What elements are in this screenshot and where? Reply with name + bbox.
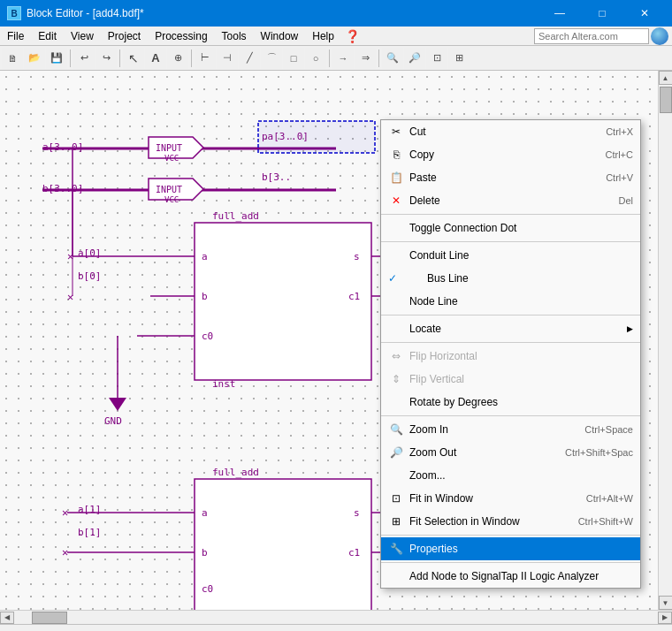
ctx-zoom-out[interactable]: 🔎 Zoom Out Ctrl+Shift+Spac <box>381 441 640 464</box>
svg-text:✕: ✕ <box>67 291 73 303</box>
toolbar-fit-sel[interactable]: ⊞ <box>448 48 470 69</box>
scroll-thumb-bottom[interactable] <box>32 612 67 624</box>
toolbar-undo[interactable]: ↩ <box>73 48 95 69</box>
toolbar-symbol[interactable]: ⊕ <box>167 48 188 69</box>
toolbar-text[interactable]: A <box>145 48 166 69</box>
toolbar-new[interactable]: 🗎 <box>2 48 23 69</box>
toolbar-select[interactable]: ↖ <box>123 48 144 69</box>
ctx-add-node[interactable]: Add Node to SignalTap II Logic Analyzer <box>381 565 640 588</box>
toolbar-arc[interactable]: ⌒ <box>261 48 282 69</box>
svg-text:full_add: full_add <box>212 467 259 478</box>
toolbar-save[interactable]: 💾 <box>46 48 67 69</box>
ctx-delete[interactable]: ✕ Delete Del <box>381 189 640 212</box>
ctx-fit-selection[interactable]: ⊞ Fit Selection in Window Ctrl+Shift+W <box>381 510 640 533</box>
locate-arrow: ▶ <box>627 324 633 333</box>
rotate-icon <box>388 394 404 410</box>
svg-text:c1: c1 <box>348 547 360 559</box>
ctx-zoom-in[interactable]: 🔍 Zoom In Ctrl+Space <box>381 418 640 441</box>
ctx-fit-window[interactable]: ⊡ Fit in Window Ctrl+Alt+W <box>381 487 640 510</box>
toolbar-zoom-out[interactable]: 🔎 <box>404 48 425 69</box>
flip-h-icon: ⇔ <box>388 348 404 364</box>
scrollbar-right[interactable]: ▲ ▼ <box>658 71 672 610</box>
svg-text:pa[3..0]: pa[3..0] <box>262 131 309 142</box>
ctx-conduit-line[interactable]: Conduit Line <box>381 244 640 267</box>
svg-text:full_add: full_add <box>212 210 259 222</box>
svg-text:VCC: VCC <box>164 154 179 163</box>
toolbar-fit[interactable]: ⊡ <box>426 48 447 69</box>
add-node-icon <box>388 568 404 584</box>
ctx-sep-7 <box>381 562 640 563</box>
ctx-copy[interactable]: ⎘ Copy Ctrl+C <box>381 143 640 166</box>
menu-project[interactable]: Project <box>101 27 148 46</box>
ctx-node-line[interactable]: Node Line <box>381 290 640 313</box>
flip-v-icon: ⇕ <box>388 371 404 387</box>
maximize-button[interactable]: □ <box>582 0 622 27</box>
conduit-icon <box>388 247 404 263</box>
svg-text:b: b <box>202 547 208 559</box>
toolbar-open[interactable]: 📂 <box>24 48 45 69</box>
ctx-paste-label: Paste <box>409 171 599 184</box>
menu-edit[interactable]: Edit <box>31 27 64 46</box>
toolbar-pin[interactable]: → <box>332 48 354 69</box>
ctx-zoom-ellipsis[interactable]: Zoom... <box>381 464 640 487</box>
properties-icon: 🔧 <box>388 541 404 557</box>
scroll-thumb-right[interactable] <box>660 87 672 113</box>
fit-sel-icon: ⊞ <box>388 513 404 529</box>
node-icon <box>388 293 404 309</box>
svg-text:✕: ✕ <box>62 506 68 519</box>
scissors-icon: ✂ <box>388 124 404 140</box>
search-box[interactable] <box>534 27 668 45</box>
menu-help[interactable]: Help <box>305 27 341 46</box>
ctx-paste-shortcut: Ctrl+V <box>606 172 633 183</box>
ctx-copy-label: Copy <box>409 148 599 161</box>
scroll-down-arrow[interactable]: ▼ <box>659 596 673 610</box>
toolbar-zoom-in[interactable]: 🔍 <box>382 48 403 69</box>
svg-text:VCC: VCC <box>164 195 179 204</box>
svg-rect-30 <box>195 479 371 610</box>
ctx-rotate[interactable]: Rotate by Degrees <box>381 391 640 414</box>
signal-b0: b[0] <box>78 270 102 282</box>
toolbar-sep-3 <box>191 49 192 67</box>
ctx-fit-sel-shortcut: Ctrl+Shift+W <box>578 516 633 527</box>
menu-processing[interactable]: Processing <box>148 27 214 46</box>
globe-icon[interactable] <box>651 27 668 45</box>
svg-text:s: s <box>354 507 360 519</box>
ctx-toggle-dot[interactable]: Toggle Connection Dot <box>381 217 640 239</box>
toolbar-rect[interactable]: □ <box>283 48 304 69</box>
canvas-area[interactable]: INPUT VCC INPUT VCC full_add inst a b c0 <box>0 71 658 610</box>
close-button[interactable]: ✕ <box>624 0 665 27</box>
title-bar-controls[interactable]: — □ ✕ <box>539 0 665 27</box>
menu-window[interactable]: Window <box>254 27 306 46</box>
scroll-up-arrow[interactable]: ▲ <box>659 71 673 85</box>
svg-text:GND: GND <box>104 415 122 427</box>
ctx-flip-h: ⇔ Flip Horizontal <box>381 345 640 368</box>
toolbar-circle[interactable]: ○ <box>305 48 326 69</box>
menu-view[interactable]: View <box>64 27 101 46</box>
ctx-bus-label: Bus Line <box>427 272 633 285</box>
menu-file[interactable]: File <box>0 27 31 46</box>
signal-a0: a[0] <box>78 247 102 259</box>
scrollbar-bottom[interactable]: ◀ ▶ <box>0 610 672 624</box>
ctx-bus-line[interactable]: ✓ Bus Line <box>381 267 640 290</box>
ctx-copy-shortcut: Ctrl+C <box>606 149 633 160</box>
scroll-right-arrow[interactable]: ▶ <box>658 612 672 624</box>
toolbar-redo[interactable]: ↪ <box>95 48 117 69</box>
signal-a1: a[1] <box>78 504 102 515</box>
ctx-cut[interactable]: ✂ Cut Ctrl+X <box>381 120 640 143</box>
minimize-button[interactable]: — <box>539 0 580 27</box>
svg-text:✕: ✕ <box>67 250 73 262</box>
search-input[interactable] <box>534 28 649 44</box>
status-bar: Sets the properties of the current selec… <box>0 624 672 631</box>
scroll-left-arrow[interactable]: ◀ <box>0 612 14 624</box>
zoom-in-icon: 🔍 <box>388 422 404 437</box>
ctx-paste[interactable]: 📋 Paste Ctrl+V <box>381 166 640 189</box>
svg-text:✕: ✕ <box>62 546 68 559</box>
toolbar-line-tool[interactable]: ╱ <box>239 48 260 69</box>
ctx-locate[interactable]: Locate ▶ <box>381 317 640 340</box>
svg-text:b: b <box>202 291 208 302</box>
ctx-properties[interactable]: 🔧 Properties <box>381 537 640 560</box>
menu-tools[interactable]: Tools <box>215 27 254 46</box>
toolbar-bus-connect[interactable]: ⇒ <box>355 48 376 69</box>
toolbar-ortho-line[interactable]: ⊢ <box>195 48 216 69</box>
toolbar-bus[interactable]: ⊣ <box>217 48 238 69</box>
